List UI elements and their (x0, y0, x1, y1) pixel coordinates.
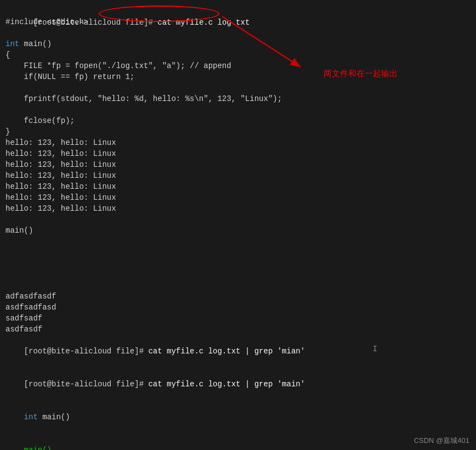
code-fopen: FILE *fp = fopen("./log.txt", "a"); // a… (5, 60, 471, 71)
terminal: [root@bite-alicloud file]# cat myfile.c … (0, 0, 476, 450)
random-4: asdfasdf (5, 324, 471, 335)
blank-5 (5, 236, 471, 247)
blank-8 (5, 269, 471, 280)
hello-6: hello: 123, hello: Linux (5, 192, 471, 203)
code-fclose: fclose(fp); (5, 115, 471, 126)
csdn-watermark: CSDN @嘉城401 (414, 436, 469, 446)
hello-7: hello: 123, hello: Linux (5, 203, 471, 214)
prompt-line1: [root@bite-alicloud file]# (33, 18, 157, 27)
blank-6 (5, 247, 471, 258)
code-if-null: if(NULL == fp) return 1; (5, 71, 471, 82)
text-cursor-indicator: I (373, 345, 377, 353)
random-3: sadfsadf (5, 313, 471, 324)
code-close-brace: } (5, 126, 471, 137)
hello-3: hello: 123, hello: Linux (5, 159, 471, 170)
cmd-line1: cat myfile.c log.txt (157, 18, 250, 27)
hello-4: hello: 123, hello: Linux (5, 170, 471, 181)
hello-1: hello: 123, hello: Linux (5, 137, 471, 148)
blank-3 (5, 104, 471, 115)
code-fprintf: fprintf(stdout, "hello: %d, hello: %s\n"… (5, 93, 471, 104)
blank-1 (5, 27, 471, 38)
blank-7 (5, 258, 471, 269)
hello-5: hello: 123, hello: Linux (5, 181, 471, 192)
code-open-brace: { (5, 49, 471, 60)
random-1: adfasdfasdf (5, 291, 471, 302)
hello-2: hello: 123, hello: Linux (5, 148, 471, 159)
grep-result-int-main: int main() (5, 401, 471, 434)
code-int-main: int main() (5, 38, 471, 49)
blank-4 (5, 214, 471, 225)
grep-result-main-green: main() (5, 434, 471, 450)
prompt-grep-main: [root@bite-alicloud file]# cat myfile.c … (5, 368, 471, 401)
main-func: main() (5, 225, 471, 236)
random-2: asdfsadfasd (5, 302, 471, 313)
blank-9 (5, 280, 471, 291)
blank-2 (5, 82, 471, 93)
prompt-grep-mian: [root@bite-alicloud file]# cat myfile.c … (5, 335, 471, 368)
